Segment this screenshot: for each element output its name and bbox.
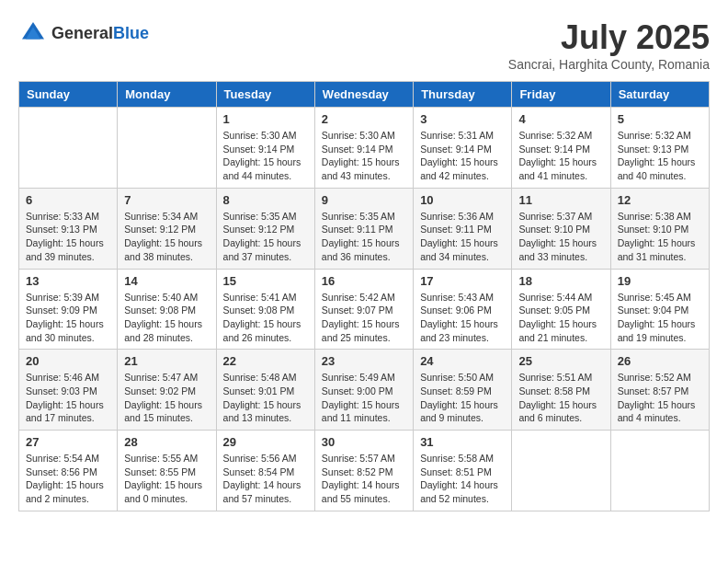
day-number: 26: [618, 354, 702, 368]
day-number: 10: [420, 193, 505, 207]
day-number: 19: [618, 274, 702, 288]
day-info: Sunrise: 5:52 AM Sunset: 8:57 PM Dayligh…: [618, 371, 702, 425]
calendar-week-row: 20Sunrise: 5:46 AM Sunset: 9:03 PM Dayli…: [19, 350, 710, 431]
calendar-cell: 21Sunrise: 5:47 AM Sunset: 9:02 PM Dayli…: [118, 350, 216, 431]
page-header: GeneralBlue July 2025 Sancrai, Harghita …: [18, 18, 710, 72]
day-info: Sunrise: 5:39 AM Sunset: 9:09 PM Dayligh…: [26, 291, 110, 345]
calendar-cell: 10Sunrise: 5:36 AM Sunset: 9:11 PM Dayli…: [414, 188, 512, 269]
calendar-cell: 11Sunrise: 5:37 AM Sunset: 9:10 PM Dayli…: [512, 188, 610, 269]
day-number: 31: [420, 435, 505, 449]
calendar-table: SundayMondayTuesdayWednesdayThursdayFrid…: [18, 81, 710, 511]
calendar-cell: 27Sunrise: 5:54 AM Sunset: 8:56 PM Dayli…: [19, 431, 118, 511]
calendar-cell: 1Sunrise: 5:30 AM Sunset: 9:14 PM Daylig…: [216, 108, 314, 189]
day-info: Sunrise: 5:54 AM Sunset: 8:56 PM Dayligh…: [26, 452, 110, 506]
day-info: Sunrise: 5:38 AM Sunset: 9:10 PM Dayligh…: [618, 210, 702, 264]
day-info: Sunrise: 5:35 AM Sunset: 9:12 PM Dayligh…: [223, 210, 308, 264]
calendar-cell: 20Sunrise: 5:46 AM Sunset: 9:03 PM Dayli…: [19, 350, 118, 431]
calendar-cell: 3Sunrise: 5:31 AM Sunset: 9:14 PM Daylig…: [414, 108, 512, 189]
day-number: 30: [322, 435, 406, 449]
calendar-cell: 15Sunrise: 5:41 AM Sunset: 9:08 PM Dayli…: [216, 269, 314, 350]
day-number: 3: [420, 112, 505, 126]
day-number: 23: [322, 354, 406, 368]
day-info: Sunrise: 5:47 AM Sunset: 9:02 PM Dayligh…: [124, 371, 209, 425]
calendar-cell: 16Sunrise: 5:42 AM Sunset: 9:07 PM Dayli…: [314, 269, 413, 350]
day-info: Sunrise: 5:48 AM Sunset: 9:01 PM Dayligh…: [223, 371, 308, 425]
day-number: 25: [518, 354, 603, 368]
day-number: 9: [322, 193, 406, 207]
day-number: 11: [518, 193, 603, 207]
weekday-header: Tuesday: [216, 82, 314, 108]
day-info: Sunrise: 5:56 AM Sunset: 8:54 PM Dayligh…: [223, 452, 308, 506]
day-number: 27: [26, 435, 110, 449]
weekday-header: Wednesday: [314, 82, 413, 108]
day-number: 4: [518, 112, 603, 126]
day-info: Sunrise: 5:57 AM Sunset: 8:52 PM Dayligh…: [322, 452, 406, 506]
weekday-header: Saturday: [610, 82, 709, 108]
calendar-cell: 4Sunrise: 5:32 AM Sunset: 9:14 PM Daylig…: [512, 108, 610, 189]
day-info: Sunrise: 5:49 AM Sunset: 9:00 PM Dayligh…: [322, 371, 406, 425]
weekday-header: Sunday: [19, 82, 118, 108]
day-info: Sunrise: 5:42 AM Sunset: 9:07 PM Dayligh…: [322, 291, 406, 345]
day-number: 18: [518, 274, 603, 288]
day-number: 28: [124, 435, 209, 449]
calendar-cell: 12Sunrise: 5:38 AM Sunset: 9:10 PM Dayli…: [610, 188, 709, 269]
calendar-week-row: 6Sunrise: 5:33 AM Sunset: 9:13 PM Daylig…: [19, 188, 710, 269]
day-number: 1: [223, 112, 308, 126]
day-info: Sunrise: 5:37 AM Sunset: 9:10 PM Dayligh…: [518, 210, 603, 264]
day-info: Sunrise: 5:45 AM Sunset: 9:04 PM Dayligh…: [618, 291, 702, 345]
day-number: 22: [223, 354, 308, 368]
calendar-week-row: 27Sunrise: 5:54 AM Sunset: 8:56 PM Dayli…: [19, 431, 710, 511]
calendar-cell: 7Sunrise: 5:34 AM Sunset: 9:12 PM Daylig…: [118, 188, 216, 269]
day-number: 13: [26, 274, 110, 288]
calendar-cell: 6Sunrise: 5:33 AM Sunset: 9:13 PM Daylig…: [19, 188, 118, 269]
day-info: Sunrise: 5:30 AM Sunset: 9:14 PM Dayligh…: [223, 129, 308, 183]
day-number: 29: [223, 435, 308, 449]
logo-blue: Blue: [113, 24, 149, 42]
subtitle: Sancrai, Harghita County, Romania: [508, 57, 710, 72]
day-number: 15: [223, 274, 308, 288]
logo-icon: [18, 18, 48, 48]
day-info: Sunrise: 5:32 AM Sunset: 9:13 PM Dayligh…: [618, 129, 702, 183]
logo-text: GeneralBlue: [51, 24, 149, 43]
weekday-header: Thursday: [414, 82, 512, 108]
calendar-cell: 17Sunrise: 5:43 AM Sunset: 9:06 PM Dayli…: [414, 269, 512, 350]
title-block: July 2025 Sancrai, Harghita County, Roma…: [508, 18, 710, 72]
logo-general: General: [51, 24, 113, 42]
calendar-cell: 2Sunrise: 5:30 AM Sunset: 9:14 PM Daylig…: [314, 108, 413, 189]
weekday-header: Friday: [512, 82, 610, 108]
calendar-cell: 23Sunrise: 5:49 AM Sunset: 9:00 PM Dayli…: [314, 350, 413, 431]
calendar-cell: 30Sunrise: 5:57 AM Sunset: 8:52 PM Dayli…: [314, 431, 413, 511]
calendar-cell: 28Sunrise: 5:55 AM Sunset: 8:55 PM Dayli…: [118, 431, 216, 511]
calendar-cell: 29Sunrise: 5:56 AM Sunset: 8:54 PM Dayli…: [216, 431, 314, 511]
calendar-cell: 9Sunrise: 5:35 AM Sunset: 9:11 PM Daylig…: [314, 188, 413, 269]
calendar-cell: [118, 108, 216, 189]
calendar-week-row: 1Sunrise: 5:30 AM Sunset: 9:14 PM Daylig…: [19, 108, 710, 189]
calendar-cell: 18Sunrise: 5:44 AM Sunset: 9:05 PM Dayli…: [512, 269, 610, 350]
calendar-cell: 14Sunrise: 5:40 AM Sunset: 9:08 PM Dayli…: [118, 269, 216, 350]
calendar-cell: 19Sunrise: 5:45 AM Sunset: 9:04 PM Dayli…: [610, 269, 709, 350]
day-info: Sunrise: 5:50 AM Sunset: 8:59 PM Dayligh…: [420, 371, 505, 425]
day-info: Sunrise: 5:43 AM Sunset: 9:06 PM Dayligh…: [420, 291, 505, 345]
day-info: Sunrise: 5:46 AM Sunset: 9:03 PM Dayligh…: [26, 371, 110, 425]
day-number: 8: [223, 193, 308, 207]
calendar-cell: 26Sunrise: 5:52 AM Sunset: 8:57 PM Dayli…: [610, 350, 709, 431]
day-number: 12: [618, 193, 702, 207]
calendar-cell: 13Sunrise: 5:39 AM Sunset: 9:09 PM Dayli…: [19, 269, 118, 350]
day-number: 5: [618, 112, 702, 126]
day-info: Sunrise: 5:40 AM Sunset: 9:08 PM Dayligh…: [124, 291, 209, 345]
calendar-week-row: 13Sunrise: 5:39 AM Sunset: 9:09 PM Dayli…: [19, 269, 710, 350]
day-number: 16: [322, 274, 406, 288]
calendar-cell: [512, 431, 610, 511]
calendar-cell: [610, 431, 709, 511]
day-info: Sunrise: 5:41 AM Sunset: 9:08 PM Dayligh…: [223, 291, 308, 345]
day-number: 14: [124, 274, 209, 288]
calendar-cell: 25Sunrise: 5:51 AM Sunset: 8:58 PM Dayli…: [512, 350, 610, 431]
day-info: Sunrise: 5:55 AM Sunset: 8:55 PM Dayligh…: [124, 452, 209, 506]
day-number: 21: [124, 354, 209, 368]
day-info: Sunrise: 5:32 AM Sunset: 9:14 PM Dayligh…: [518, 129, 603, 183]
month-title: July 2025: [508, 18, 710, 57]
calendar-cell: 24Sunrise: 5:50 AM Sunset: 8:59 PM Dayli…: [414, 350, 512, 431]
day-info: Sunrise: 5:33 AM Sunset: 9:13 PM Dayligh…: [26, 210, 110, 264]
calendar-cell: 5Sunrise: 5:32 AM Sunset: 9:13 PM Daylig…: [610, 108, 709, 189]
calendar-cell: 22Sunrise: 5:48 AM Sunset: 9:01 PM Dayli…: [216, 350, 314, 431]
